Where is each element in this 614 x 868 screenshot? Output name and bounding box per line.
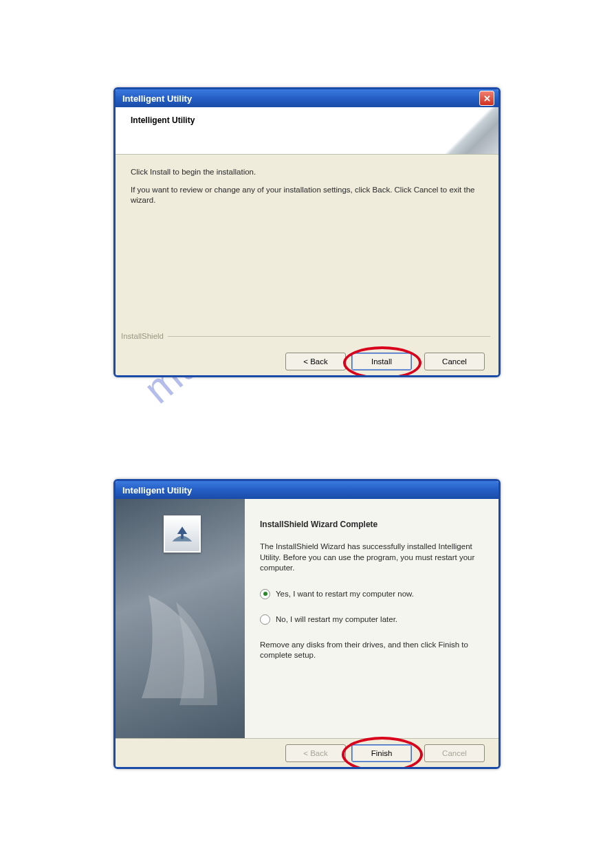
finish-button[interactable]: Finish [351, 744, 412, 762]
dialog-body: InstallShield Wizard Complete The Instal… [116, 499, 498, 738]
titlebar[interactable]: Intelligent Utility ✕ [116, 89, 498, 107]
header-panel: Intelligent Utility [116, 107, 498, 155]
complete-body2: Remove any disks from their drives, and … [260, 640, 483, 661]
install-button[interactable]: Install [351, 353, 412, 370]
close-icon: ✕ [483, 93, 491, 104]
cancel-button[interactable]: Cancel [424, 353, 485, 370]
page-curl-graphic [437, 107, 498, 154]
sail-graphic-icon [128, 588, 231, 712]
install-dialog-ready: Intelligent Utility ✕ Intelligent Utilit… [113, 87, 501, 377]
window-title: Intelligent Utility [122, 93, 192, 104]
instruction-line2: If you want to review or change any of y… [131, 185, 483, 206]
divider-line [168, 336, 490, 337]
back-button[interactable]: < Back [285, 353, 346, 370]
titlebar[interactable]: Intelligent Utility [116, 481, 498, 499]
complete-heading: InstallShield Wizard Complete [260, 520, 483, 529]
button-panel: < Back Finish Cancel [116, 738, 498, 768]
restart-later-option[interactable]: No, I will restart my computer later. [260, 614, 483, 625]
content-panel: Click Install to begin the installation.… [116, 155, 498, 347]
installer-icon [164, 515, 201, 553]
install-dialog-complete: Intelligent Utility InstallShield Wizard… [113, 479, 501, 769]
instruction-line1: Click Install to begin the installation. [131, 167, 483, 178]
header-subtitle: Intelligent Utility [131, 115, 195, 125]
back-button: < Back [285, 744, 346, 762]
button-panel: < Back Install Cancel [116, 347, 498, 376]
main-panel: InstallShield Wizard Complete The Instal… [245, 499, 498, 738]
close-button[interactable]: ✕ [479, 91, 494, 106]
installshield-brand: InstallShield [121, 332, 164, 340]
restart-now-option[interactable]: Yes, I want to restart my computer now. [260, 589, 483, 599]
disc-arrow-icon [170, 522, 195, 546]
radio-yes-label: Yes, I want to restart my computer now. [276, 590, 414, 598]
cancel-button: Cancel [424, 744, 485, 762]
radio-no-label: No, I will restart my computer later. [276, 615, 397, 623]
radio-yes-icon[interactable] [260, 589, 270, 599]
installshield-divider: InstallShield [121, 332, 490, 340]
complete-body1: The InstallShield Wizard has successfull… [260, 542, 483, 574]
sidebar-graphic [116, 499, 245, 738]
radio-no-icon[interactable] [260, 614, 270, 625]
window-title: Intelligent Utility [122, 485, 192, 496]
